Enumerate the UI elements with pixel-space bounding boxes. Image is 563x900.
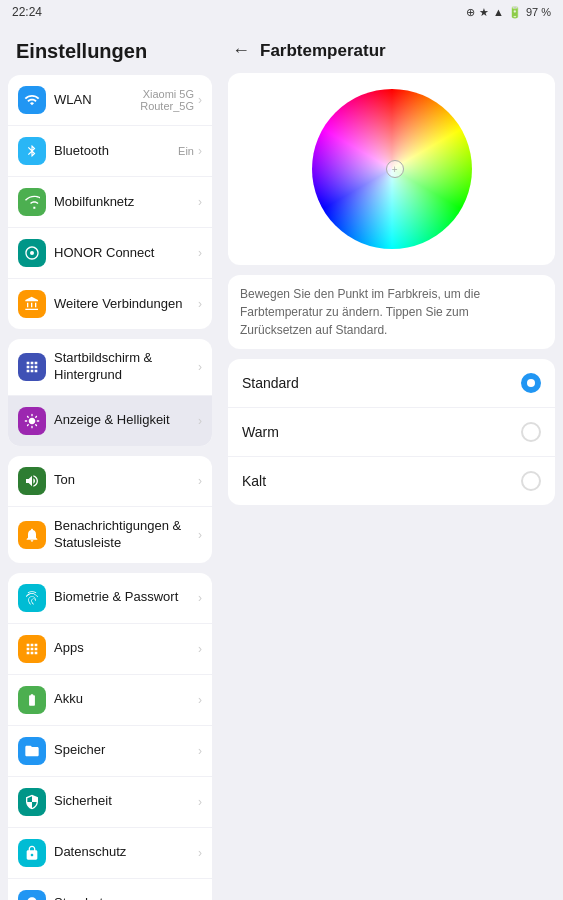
biometrie-icon [18, 584, 46, 612]
speicher-icon [18, 737, 46, 765]
honor-icon [18, 239, 46, 267]
mobilfunk-label: Mobilfunknetz [54, 194, 198, 211]
sidebar-item-speicher[interactable]: Speicher › [8, 726, 212, 777]
akku-label: Akku [54, 691, 198, 708]
main-content: Einstellungen WLAN Xiaomi 5GRouter_5G › … [0, 24, 563, 900]
radio-warm[interactable] [521, 422, 541, 442]
sidebar-item-honor[interactable]: HONOR Connect › [8, 228, 212, 279]
panel-header: ← Farbtemperatur [228, 32, 555, 73]
startbildschirm-icon [18, 353, 46, 381]
color-wheel-center[interactable]: + [386, 160, 404, 178]
sidebar-item-benachrichtigungen[interactable]: Benachrichtigungen &Statusleiste › [8, 507, 212, 563]
bluetooth-icon [18, 137, 46, 165]
alarm-icon: ★ [479, 6, 489, 19]
weitere-chevron: › [198, 297, 202, 311]
sidebar: Einstellungen WLAN Xiaomi 5GRouter_5G › … [0, 24, 220, 900]
startbildschirm-chevron: › [198, 360, 202, 374]
bluetooth-value: Ein [178, 145, 194, 157]
wlan-label: WLAN [54, 92, 140, 109]
status-bar: 22:24 ⊕ ★ ▲ 🔋 97 % [0, 0, 563, 24]
benachrichtigungen-chevron: › [198, 528, 202, 542]
wlan-icon [18, 86, 46, 114]
anzeige-chevron: › [198, 414, 202, 428]
speicher-chevron: › [198, 744, 202, 758]
anzeige-label: Anzeige & Helligkeit [54, 412, 198, 429]
sidebar-item-apps[interactable]: Apps › [8, 624, 212, 675]
akku-chevron: › [198, 693, 202, 707]
color-wheel[interactable]: + [312, 89, 472, 249]
standort-icon [18, 890, 46, 900]
sicherheit-chevron: › [198, 795, 202, 809]
sidebar-item-startbildschirm[interactable]: Startbildschirm &Hintergrund › [8, 339, 212, 396]
startbildschirm-label: Startbildschirm &Hintergrund [54, 350, 198, 384]
signal-icon: ▲ [493, 6, 504, 18]
ton-chevron: › [198, 474, 202, 488]
sidebar-group-sound: Ton › Benachrichtigungen &Statusleiste › [8, 456, 212, 563]
bluetooth-label: Bluetooth [54, 143, 178, 160]
wlan-chevron: › [198, 93, 202, 107]
sidebar-title: Einstellungen [0, 32, 220, 75]
ton-label: Ton [54, 472, 198, 489]
sidebar-item-weitere[interactable]: Weitere Verbindungen › [8, 279, 212, 329]
sidebar-item-akku[interactable]: Akku › [8, 675, 212, 726]
sidebar-item-anzeige[interactable]: Anzeige & Helligkeit › [8, 396, 212, 446]
weitere-icon [18, 290, 46, 318]
svg-point-0 [30, 251, 34, 255]
sidebar-group-connectivity: WLAN Xiaomi 5GRouter_5G › Bluetooth Ein … [8, 75, 212, 329]
panel-title: Farbtemperatur [260, 41, 386, 61]
sidebar-item-wlan[interactable]: WLAN Xiaomi 5GRouter_5G › [8, 75, 212, 126]
option-kalt-label: Kalt [242, 473, 266, 489]
honor-label: HONOR Connect [54, 245, 198, 262]
apps-label: Apps [54, 640, 198, 657]
datenschutz-icon [18, 839, 46, 867]
datenschutz-chevron: › [198, 846, 202, 860]
biometrie-label: Biometrie & Passwort [54, 589, 198, 606]
mobilfunk-icon [18, 188, 46, 216]
benachrichtigungen-label: Benachrichtigungen &Statusleiste [54, 518, 198, 552]
option-warm-label: Warm [242, 424, 279, 440]
benachrichtigungen-icon [18, 521, 46, 549]
honor-chevron: › [198, 246, 202, 260]
biometrie-chevron: › [198, 591, 202, 605]
mobilfunk-chevron: › [198, 195, 202, 209]
option-warm[interactable]: Warm [228, 408, 555, 457]
apps-chevron: › [198, 642, 202, 656]
sicherheit-label: Sicherheit [54, 793, 198, 810]
sidebar-item-biometrie[interactable]: Biometrie & Passwort › [8, 573, 212, 624]
radio-standard[interactable] [521, 373, 541, 393]
sidebar-group-display: Startbildschirm &Hintergrund › Anzeige &… [8, 339, 212, 446]
option-standard-label: Standard [242, 375, 299, 391]
bluetooth-chevron: › [198, 144, 202, 158]
sicherheit-icon [18, 788, 46, 816]
akku-icon [18, 686, 46, 714]
color-wheel-container: + [228, 73, 555, 265]
sidebar-item-datenschutz[interactable]: Datenschutz › [8, 828, 212, 879]
ton-icon [18, 467, 46, 495]
options-group: Standard Warm Kalt [228, 359, 555, 505]
sidebar-group-security: Biometrie & Passwort › Apps › Akku › [8, 573, 212, 900]
anzeige-icon [18, 407, 46, 435]
option-standard[interactable]: Standard [228, 359, 555, 408]
weitere-label: Weitere Verbindungen [54, 296, 198, 313]
right-panel: ← Farbtemperatur + Bewegen Sie den Punkt… [220, 24, 563, 900]
sidebar-item-sicherheit[interactable]: Sicherheit › [8, 777, 212, 828]
status-icons: ⊕ ★ ▲ 🔋 97 % [466, 6, 551, 19]
panel-description: Bewegen Sie den Punkt im Farbkreis, um d… [228, 275, 555, 349]
sidebar-item-bluetooth[interactable]: Bluetooth Ein › [8, 126, 212, 177]
standort-label: Standort [54, 895, 198, 900]
option-kalt[interactable]: Kalt [228, 457, 555, 505]
status-time: 22:24 [12, 5, 42, 19]
wlan-value: Xiaomi 5GRouter_5G [140, 88, 194, 112]
radio-kalt[interactable] [521, 471, 541, 491]
standort-chevron: › [198, 897, 202, 900]
sidebar-item-mobilfunk[interactable]: Mobilfunknetz › [8, 177, 212, 228]
bluetooth-status-icon: ⊕ [466, 6, 475, 19]
sidebar-item-standort[interactable]: Standort › [8, 879, 212, 900]
datenschutz-label: Datenschutz [54, 844, 198, 861]
apps-icon [18, 635, 46, 663]
battery-level: 97 % [526, 6, 551, 18]
sidebar-item-ton[interactable]: Ton › [8, 456, 212, 507]
speicher-label: Speicher [54, 742, 198, 759]
battery-icon: 🔋 [508, 6, 522, 19]
back-button[interactable]: ← [232, 40, 250, 61]
